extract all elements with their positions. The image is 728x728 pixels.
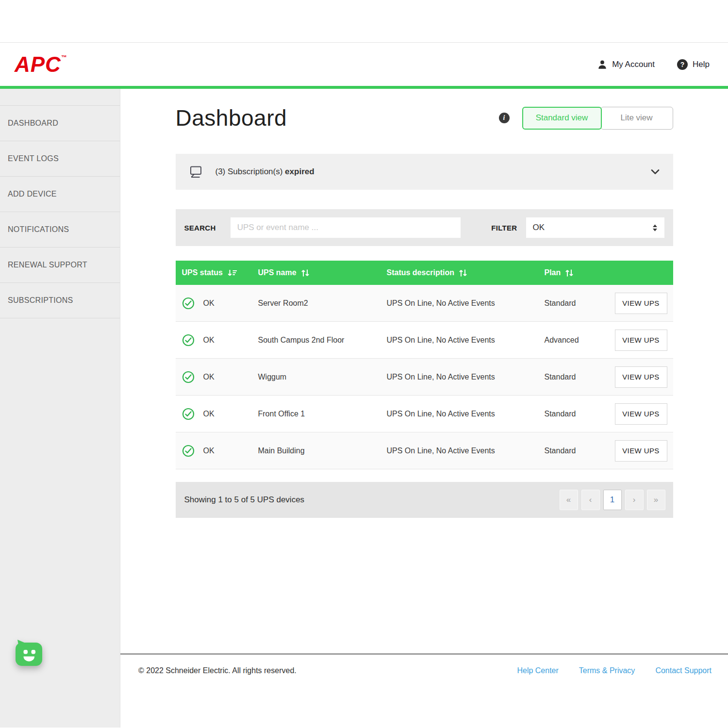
sidebar-item-event-logs[interactable]: EVENT LOGS	[0, 141, 120, 177]
apc-logo[interactable]: APC™	[15, 54, 67, 75]
status-text: OK	[203, 299, 215, 308]
banner-text: (3) Subscription(s) expired	[215, 167, 314, 177]
status-cell: OK	[182, 445, 258, 457]
search-input[interactable]	[231, 217, 461, 238]
plan: Advanced	[545, 336, 615, 345]
filter-select[interactable]: OK	[526, 217, 664, 238]
terms-privacy-link[interactable]: Terms & Privacy	[579, 666, 635, 728]
header-actions: My Account ? Help	[597, 59, 710, 70]
sort-updown-icon	[459, 269, 467, 277]
page-title: Dashboard	[176, 105, 287, 131]
previous-page-button[interactable]: ‹	[581, 490, 600, 510]
filter-selected-value: OK	[533, 223, 545, 232]
monitor-icon	[189, 165, 204, 179]
content: Dashboard i Standard view Lite view (3) …	[176, 89, 673, 518]
column-label: UPS name	[258, 268, 297, 277]
status-description: UPS On Line, No Active Events	[387, 410, 545, 418]
status-description: UPS On Line, No Active Events	[387, 373, 545, 381]
ups-name: Wiggum	[258, 373, 387, 381]
next-page-button[interactable]: ›	[625, 490, 644, 510]
status-description: UPS On Line, No Active Events	[387, 299, 545, 308]
plan: Standard	[545, 410, 615, 418]
main-area: Dashboard i Standard view Lite view (3) …	[120, 89, 728, 728]
pagination-bar: Showing 1 to 5 of 5 UPS devices « ‹ 1 › …	[176, 482, 673, 518]
footer-links: Help Center Terms & Privacy Contact Supp…	[517, 666, 711, 728]
sidebar-spacer	[0, 89, 120, 106]
lite-view-button[interactable]: Lite view	[600, 107, 673, 130]
my-account-label: My Account	[612, 60, 655, 69]
view-ups-button[interactable]: VIEW UPS	[615, 330, 667, 351]
view-ups-button[interactable]: VIEW UPS	[615, 366, 667, 388]
page: APC™ My Account ? Help DASHBOARD EVENT L…	[0, 0, 728, 728]
sidebar-item-label: NOTIFICATIONS	[8, 225, 69, 234]
ups-table: UPS status UPS name Status	[176, 261, 673, 469]
layout: DASHBOARD EVENT LOGS ADD DEVICE NOTIFICA…	[0, 89, 728, 728]
view-ups-button[interactable]: VIEW UPS	[615, 293, 667, 314]
sort-updown-icon	[301, 269, 310, 277]
standard-view-label: Standard view	[536, 113, 588, 123]
table-row: OK Server Room2 UPS On Line, No Active E…	[176, 285, 673, 322]
status-cell: OK	[182, 297, 258, 310]
table-row: OK Main Building UPS On Line, No Active …	[176, 432, 673, 469]
ups-name: Server Room2	[258, 299, 387, 308]
subscription-expired-banner[interactable]: (3) Subscription(s) expired	[176, 154, 673, 190]
column-ups-status[interactable]: UPS status	[182, 268, 258, 277]
help-center-link[interactable]: Help Center	[517, 666, 558, 728]
column-label: UPS status	[182, 268, 223, 277]
table-row: OK Front Office 1 UPS On Line, No Active…	[176, 396, 673, 432]
chat-smiley-icon[interactable]	[13, 639, 44, 671]
sidebar-nav: DASHBOARD EVENT LOGS ADD DEVICE NOTIFICA…	[0, 89, 120, 728]
check-circle-icon	[182, 408, 195, 420]
last-page-button[interactable]: »	[647, 490, 665, 510]
chevron-down-icon[interactable]	[651, 169, 660, 175]
sidebar-item-dashboard[interactable]: DASHBOARD	[0, 106, 120, 141]
info-circle-icon[interactable]: i	[499, 113, 510, 123]
filter-label: FILTER	[491, 224, 517, 232]
sidebar-item-notifications[interactable]: NOTIFICATIONS	[0, 212, 120, 248]
page-footer: © 2022 Schneider Electric. All rights re…	[120, 653, 728, 728]
sidebar-item-label: EVENT LOGS	[8, 154, 59, 163]
plan: Standard	[545, 447, 615, 455]
plan: Standard	[545, 373, 615, 381]
person-icon	[597, 60, 607, 69]
search-label: SEARCH	[184, 224, 216, 232]
table-header: UPS status UPS name Status	[176, 261, 673, 285]
pagination-summary: Showing 1 to 5 of 5 UPS devices	[184, 495, 305, 505]
sort-updown-icon	[565, 269, 574, 277]
status-text: OK	[203, 410, 215, 418]
status-text: OK	[203, 336, 215, 345]
sidebar-item-label: DASHBOARD	[8, 119, 58, 128]
ups-name: Front Office 1	[258, 410, 387, 418]
column-plan[interactable]: Plan	[545, 268, 615, 277]
status-cell: OK	[182, 371, 258, 383]
help-link[interactable]: ? Help	[677, 59, 710, 70]
table-row: OK South Campus 2nd Floor UPS On Line, N…	[176, 322, 673, 359]
current-page-button[interactable]: 1	[603, 490, 622, 510]
status-text: OK	[203, 447, 215, 455]
sidebar-item-label: SUBSCRIPTIONS	[8, 296, 73, 305]
view-ups-button[interactable]: VIEW UPS	[615, 440, 667, 462]
status-text: OK	[203, 373, 215, 381]
first-page-button[interactable]: «	[560, 490, 578, 510]
sidebar-item-add-device[interactable]: ADD DEVICE	[0, 177, 120, 212]
sidebar-item-label: ADD DEVICE	[8, 190, 57, 199]
check-circle-icon	[182, 445, 195, 457]
ups-name: Main Building	[258, 447, 387, 455]
contact-support-link[interactable]: Contact Support	[655, 666, 711, 728]
column-ups-name[interactable]: UPS name	[258, 268, 387, 277]
check-circle-icon	[182, 371, 195, 383]
status-description: UPS On Line, No Active Events	[387, 447, 545, 455]
column-status-description[interactable]: Status description	[387, 268, 545, 277]
standard-view-button[interactable]: Standard view	[522, 107, 602, 130]
my-account-link[interactable]: My Account	[597, 60, 655, 69]
plan: Standard	[545, 299, 615, 308]
updown-arrows-icon	[652, 224, 658, 232]
column-label: Status description	[387, 268, 455, 277]
sidebar-item-subscriptions[interactable]: SUBSCRIPTIONS	[0, 283, 120, 318]
sidebar-item-renewal-support[interactable]: RENEWAL SUPPORT	[0, 248, 120, 283]
banner-bold-text: expired	[285, 167, 314, 176]
app-header: APC™ My Account ? Help	[0, 43, 728, 86]
check-circle-icon	[182, 297, 195, 310]
view-ups-button[interactable]: VIEW UPS	[615, 403, 667, 425]
trademark-mark: ™	[61, 54, 67, 61]
